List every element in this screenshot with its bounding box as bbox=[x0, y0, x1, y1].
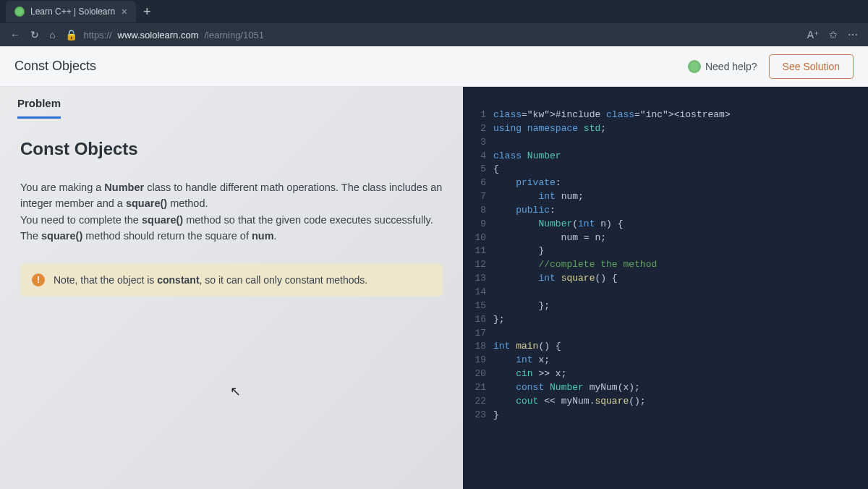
code-line[interactable]: cout << myNum.square(); bbox=[493, 395, 868, 409]
cursor-icon: ↖ bbox=[230, 383, 241, 399]
note-bold: constant bbox=[157, 274, 199, 286]
line-number: 13 bbox=[463, 272, 486, 286]
problem-text-span: You are making a bbox=[20, 182, 104, 193]
browser-tab-bar: Learn C++ | Sololearn × + bbox=[0, 0, 868, 23]
line-number: 4 bbox=[463, 150, 486, 163]
code-line[interactable]: int x; bbox=[493, 354, 868, 367]
code-line[interactable]: int num; bbox=[493, 190, 868, 204]
code-line[interactable]: //complete the method bbox=[493, 258, 868, 272]
code-line[interactable]: } bbox=[493, 244, 868, 258]
line-number: 6 bbox=[463, 177, 486, 190]
code-line[interactable]: num = n; bbox=[493, 231, 868, 245]
problem-text-span: method should return the square of bbox=[82, 230, 252, 242]
code-line[interactable]: using namespace std; bbox=[493, 122, 868, 136]
line-gutter: 1234567891011121314151617181920212223 bbox=[463, 109, 493, 489]
note-span: Note, that the object is bbox=[54, 274, 157, 286]
lock-icon: 🔒 bbox=[65, 29, 77, 41]
back-icon[interactable]: ← bbox=[10, 29, 20, 41]
code-line[interactable]: class Number bbox=[493, 150, 868, 163]
read-aloud-icon[interactable]: A⁺ bbox=[807, 29, 819, 41]
line-number: 7 bbox=[463, 190, 486, 204]
code-line[interactable] bbox=[493, 136, 868, 150]
code-body[interactable]: class="kw">#include class="inc"><iostrea… bbox=[493, 109, 868, 489]
refresh-icon[interactable]: ↻ bbox=[30, 29, 39, 41]
code-line[interactable]: class="kw">#include class="inc"><iostrea… bbox=[493, 109, 868, 122]
line-number: 11 bbox=[463, 244, 486, 258]
line-number: 10 bbox=[463, 231, 486, 245]
url-field[interactable]: 🔒 https://www.sololearn.com/learning/105… bbox=[65, 29, 796, 41]
problem-bold: square() bbox=[41, 230, 82, 242]
note-box: ! Note, that the object is constant, so … bbox=[20, 263, 443, 297]
problem-text-span: method. bbox=[167, 197, 208, 209]
code-line[interactable]: public: bbox=[493, 204, 868, 218]
code-editor[interactable]: 1234567891011121314151617181920212223 cl… bbox=[463, 87, 868, 489]
code-line[interactable]: const Number myNum(x); bbox=[493, 381, 868, 395]
address-bar: ← ↻ ⌂ 🔒 https://www.sololearn.com/learni… bbox=[0, 23, 868, 46]
url-protocol: https:// bbox=[83, 30, 111, 41]
code-line[interactable]: }; bbox=[493, 299, 868, 313]
line-number: 9 bbox=[463, 218, 486, 231]
favicon-icon bbox=[14, 7, 25, 17]
line-number: 19 bbox=[463, 354, 486, 367]
line-number: 20 bbox=[463, 367, 486, 381]
see-solution-button[interactable]: See Solution bbox=[769, 54, 854, 79]
line-number: 1 bbox=[463, 109, 486, 122]
need-help-label: Need help? bbox=[705, 61, 757, 72]
lesson-title: Const Objects bbox=[14, 59, 96, 74]
warning-icon: ! bbox=[32, 273, 45, 286]
tab-title: Learn C++ | Sololearn bbox=[30, 7, 115, 17]
line-number: 2 bbox=[463, 122, 486, 136]
code-line[interactable]: private: bbox=[493, 177, 868, 190]
problem-text-span: . bbox=[274, 230, 277, 242]
close-icon[interactable]: × bbox=[122, 6, 127, 17]
main-content: Problem Const Objects You are making a N… bbox=[0, 87, 868, 489]
code-line[interactable] bbox=[493, 327, 868, 341]
line-number: 3 bbox=[463, 136, 486, 150]
line-number: 17 bbox=[463, 327, 486, 341]
problem-bold: num bbox=[252, 230, 274, 242]
line-number: 22 bbox=[463, 395, 486, 409]
need-help-link[interactable]: Need help? bbox=[688, 60, 757, 73]
code-line[interactable]: Number(int n) { bbox=[493, 218, 868, 231]
note-text: Note, that the object is constant, so it… bbox=[54, 274, 367, 286]
address-bar-actions: A⁺ ✩ ⋯ bbox=[807, 29, 858, 41]
app-header: Const Objects Need help? See Solution bbox=[0, 46, 868, 87]
tab-problem[interactable]: Problem bbox=[17, 97, 61, 119]
note-span: , so it can call only constant methods. bbox=[200, 274, 368, 286]
line-number: 14 bbox=[463, 286, 486, 299]
line-number: 21 bbox=[463, 381, 486, 395]
browser-chrome: Learn C++ | Sololearn × + ← ↻ ⌂ 🔒 https:… bbox=[0, 0, 868, 46]
code-line[interactable]: { bbox=[493, 163, 868, 177]
problem-bold: square() bbox=[142, 214, 183, 226]
code-line[interactable]: }; bbox=[493, 313, 868, 327]
problem-text-span: method so that the given code executes s… bbox=[183, 214, 433, 226]
code-line[interactable] bbox=[493, 286, 868, 299]
url-path: /learning/1051 bbox=[205, 30, 264, 41]
home-icon[interactable]: ⌂ bbox=[49, 29, 55, 41]
url-domain: www.sololearn.com bbox=[118, 30, 199, 41]
code-line[interactable]: int square() { bbox=[493, 272, 868, 286]
new-tab-button[interactable]: + bbox=[136, 4, 158, 20]
code-line[interactable]: } bbox=[493, 409, 868, 422]
problem-bold: square() bbox=[126, 197, 167, 209]
line-number: 5 bbox=[463, 163, 486, 177]
line-number: 18 bbox=[463, 340, 486, 354]
code-line[interactable]: cin >> x; bbox=[493, 367, 868, 381]
line-number: 16 bbox=[463, 313, 486, 327]
line-number: 23 bbox=[463, 409, 486, 422]
problem-tabs: Problem bbox=[0, 87, 463, 119]
line-number: 15 bbox=[463, 299, 486, 313]
help-icon bbox=[688, 60, 701, 73]
problem-panel: Problem Const Objects You are making a N… bbox=[0, 87, 463, 489]
line-number: 8 bbox=[463, 204, 486, 218]
browser-tab[interactable]: Learn C++ | Sololearn × bbox=[6, 1, 136, 22]
line-number: 12 bbox=[463, 258, 486, 272]
code-line[interactable]: int main() { bbox=[493, 340, 868, 354]
problem-text: You are making a Number class to handle … bbox=[20, 179, 443, 244]
collections-icon[interactable]: ⋯ bbox=[848, 29, 858, 41]
problem-heading: Const Objects bbox=[20, 139, 443, 159]
header-actions: Need help? See Solution bbox=[688, 54, 854, 79]
favorites-icon[interactable]: ✩ bbox=[829, 29, 838, 41]
problem-text-span: You need to complete the bbox=[20, 214, 142, 226]
problem-bold: Number bbox=[104, 182, 144, 193]
